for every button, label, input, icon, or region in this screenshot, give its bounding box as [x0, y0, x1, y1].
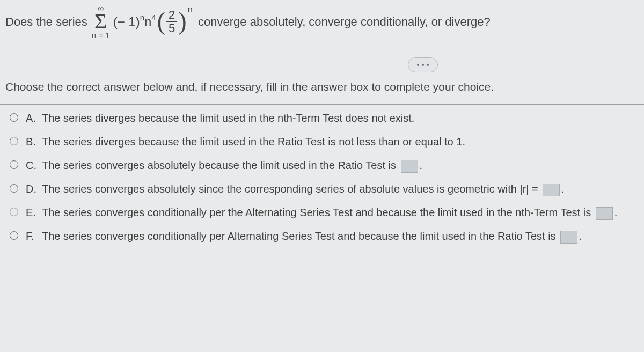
radio-d[interactable] [10, 184, 18, 193]
answer-box-e[interactable] [596, 207, 613, 220]
ellipsis-icon [417, 64, 429, 66]
divider [0, 65, 644, 65]
option-e[interactable]: E. The series converges conditionally pe… [10, 204, 639, 221]
radio-b[interactable] [10, 137, 18, 145]
option-b-text: The series diverges because the limit us… [42, 134, 639, 150]
option-c-letter: C. [26, 157, 42, 173]
option-a[interactable]: A. The series diverges because the limit… [10, 110, 639, 126]
question-prefix: Does the series [5, 15, 87, 29]
answer-box-d[interactable] [543, 184, 560, 196]
right-paren: ) [178, 12, 186, 32]
instruction-text: Choose the correct answer below and, if … [0, 71, 644, 97]
option-a-letter: A. [26, 110, 42, 126]
question-suffix: converge absolutely, converge conditiona… [198, 15, 491, 29]
option-e-letter: E. [26, 204, 42, 221]
expand-pill[interactable] [408, 57, 438, 72]
fraction-numerator: 2 [166, 9, 177, 21]
question-prompt: Does the series ∞ Σ n = 1 (− 1)nn4 ( 2 5 [0, 0, 644, 55]
series-term: (− 1)nn4 [113, 14, 156, 30]
radio-a[interactable] [10, 113, 18, 122]
option-c[interactable]: C. The series converges absolutely becau… [10, 157, 639, 173]
option-a-text: The series diverges because the limit us… [42, 110, 639, 126]
radio-e[interactable] [10, 208, 18, 216]
option-f-letter: F. [26, 228, 42, 244]
divider-line [0, 65, 644, 65]
fraction-exponent: n [188, 4, 193, 15]
fraction-denominator: 5 [166, 22, 177, 35]
option-b-letter: B. [26, 134, 42, 150]
radio-c[interactable] [10, 160, 18, 169]
option-d-text: The series converges absolutely since th… [42, 181, 639, 197]
option-e-text: The series converges conditionally per t… [42, 204, 639, 221]
left-paren: ( [157, 12, 165, 32]
fraction: 2 5 [166, 9, 177, 35]
sigma-symbol: Σ [94, 13, 107, 30]
sigma-lower: n = 1 [92, 31, 110, 39]
radio-f[interactable] [10, 231, 18, 240]
option-d[interactable]: D. The series converges absolutely since… [10, 181, 639, 197]
option-f-text: The series converges conditionally per A… [42, 228, 639, 244]
question-container: Does the series ∞ Σ n = 1 (− 1)nn4 ( 2 5 [0, 0, 644, 352]
option-f[interactable]: F. The series converges conditionally pe… [10, 228, 639, 244]
sigma-block: ∞ Σ n = 1 [92, 4, 110, 39]
answer-box-f[interactable] [560, 231, 577, 244]
option-d-letter: D. [26, 181, 42, 197]
fraction-block: ( 2 5 ) n [157, 9, 193, 35]
answer-box-c[interactable] [401, 160, 418, 173]
answer-options: A. The series diverges because the limit… [0, 105, 644, 257]
option-c-text: The series converges absolutely because … [42, 157, 639, 173]
series-expression: ∞ Σ n = 1 (− 1)nn4 ( 2 5 ) n [92, 4, 194, 39]
option-b[interactable]: B. The series diverges because the limit… [10, 134, 639, 150]
